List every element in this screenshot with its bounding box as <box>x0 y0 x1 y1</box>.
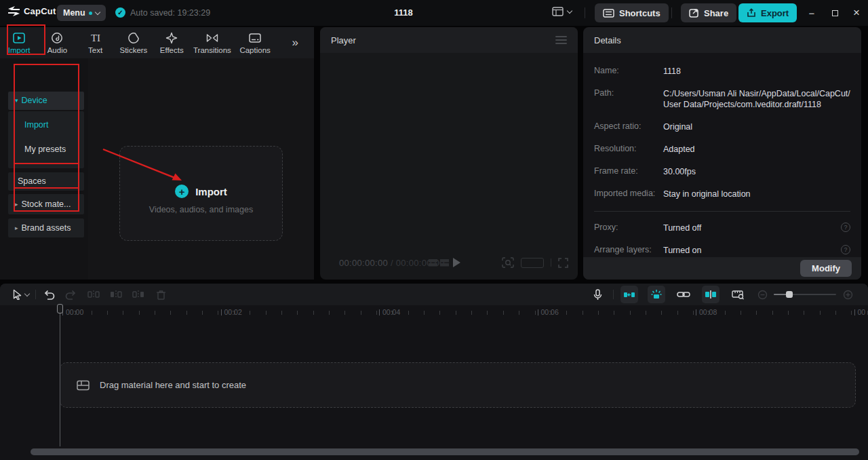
detail-row-frame-rate: Frame rate: 30.00fps <box>594 166 850 177</box>
zoom-in-button[interactable] <box>839 286 856 303</box>
transitions-tab-icon <box>205 32 219 44</box>
ruler-label: 00:00 <box>62 308 83 316</box>
chevron-down-icon <box>94 9 100 14</box>
auto-linking-toggle[interactable] <box>675 286 692 303</box>
plus-icon: + <box>175 185 189 198</box>
player-panel: Player 00:00:00:00 / 00:00:00:00 <box>320 27 578 280</box>
media-clip-icon <box>77 380 90 391</box>
ruler-label: 00:04 <box>379 308 400 316</box>
autosave-status: ✓ Auto saved: 19:23:29 <box>115 7 210 18</box>
sidebar-item-brand-assets[interactable]: ▸ Brand assets <box>8 218 84 237</box>
aspect-ratio-button[interactable] <box>521 258 544 268</box>
redo-button[interactable] <box>62 286 79 303</box>
import-tab-icon <box>12 32 26 44</box>
help-icon[interactable]: ? <box>841 223 850 232</box>
divider <box>613 290 614 299</box>
autosave-text: Auto saved: 19:23:29 <box>130 8 210 18</box>
divider <box>671 7 672 18</box>
sidebar-item-spaces[interactable]: Spaces <box>8 172 84 191</box>
shortcuts-button[interactable]: Shortcuts <box>595 3 669 22</box>
modify-button[interactable]: Modify <box>800 260 852 277</box>
playhead-line <box>60 307 60 446</box>
ripple-delete-toggle[interactable] <box>620 286 638 303</box>
detail-row-imported-media: Imported media: Stay in original locatio… <box>594 189 850 199</box>
tab-import[interactable]: Import <box>0 27 38 58</box>
divider <box>35 290 36 299</box>
capcut-window: CapCut Menu ✓ Auto saved: 19:23:29 1118 <box>0 0 868 460</box>
sidebar-item-stock-materials[interactable]: ▸ Stock mate... <box>8 194 84 214</box>
divider <box>551 258 551 267</box>
detail-row-aspect-ratio: Aspect ratio: Original <box>594 121 850 132</box>
playhead-handle[interactable] <box>57 304 63 313</box>
preview-axis-toggle[interactable] <box>702 286 719 303</box>
delete-right-button[interactable] <box>130 286 147 303</box>
detail-row-name: Name: 1118 <box>594 66 850 77</box>
sidebar-item-import[interactable]: Import <box>24 120 48 130</box>
record-voiceover-button[interactable] <box>589 286 606 303</box>
play-button[interactable] <box>453 258 460 267</box>
tab-stickers[interactable]: Stickers <box>115 27 153 58</box>
ruler-label: 00:06 <box>538 308 559 316</box>
snap-frame-icon[interactable] <box>502 257 514 268</box>
monitor-layout-icon <box>552 7 564 16</box>
tab-captions[interactable]: Captions <box>234 27 277 58</box>
stickers-tab-icon <box>127 32 140 44</box>
details-body: Name: 1118 Path: C:/Users/Usman Ali Nasi… <box>583 53 861 267</box>
detail-row-arrange-layers: Arrange layers: Turned on ? <box>594 245 850 256</box>
layout-switch-button[interactable] <box>552 7 572 16</box>
tab-transitions[interactable]: Transitions <box>191 27 233 58</box>
tab-text[interactable]: TI Text <box>77 27 115 58</box>
effects-tab-icon <box>165 32 178 44</box>
undo-button[interactable] <box>40 286 58 303</box>
media-tabbar: Import Audio TI Text Stickers <box>0 27 314 58</box>
project-title: 1118 <box>366 7 441 18</box>
menu-button[interactable]: Menu <box>57 5 106 21</box>
close-button[interactable]: × <box>847 5 866 20</box>
tab-effects[interactable]: Effects <box>153 27 191 58</box>
detail-row-path: Path: C:/Users/Usman Ali Nasir/AppData/L… <box>594 88 850 110</box>
import-dropzone[interactable]: + Import Videos, audios, and images <box>119 146 283 241</box>
captions-tab-icon <box>248 32 262 44</box>
select-tool-button[interactable] <box>9 286 31 303</box>
export-button[interactable]: Export <box>738 3 797 22</box>
caret-down-icon: ▾ <box>15 97 18 104</box>
player-menu-icon[interactable] <box>555 36 567 44</box>
media-panel: Import Audio TI Text Stickers <box>0 27 314 280</box>
sidebar-item-device[interactable]: ▾ Device <box>8 92 84 110</box>
timeline-toolbar <box>0 284 868 305</box>
caret-right-icon: ▸ <box>15 201 18 208</box>
timeline-panel: 00:0000:0200:0400:0600:0800 Drag materia… <box>0 284 868 460</box>
app-logo: CapCut <box>8 6 56 16</box>
caret-right-icon: ▸ <box>15 225 18 231</box>
help-icon[interactable]: ? <box>841 245 850 254</box>
detail-row-proxy: Proxy: Turned off ? <box>594 223 850 233</box>
horizontal-scrollbar[interactable] <box>31 448 859 455</box>
maximize-button[interactable] <box>825 5 844 20</box>
delete-left-button[interactable] <box>107 286 125 303</box>
zoom-out-button[interactable] <box>753 286 771 303</box>
minimize-button[interactable]: − <box>802 5 821 20</box>
track-dropzone[interactable]: Drag material here and start to create <box>60 362 856 408</box>
player-controls: 00:00:00:00 / 00:00:00:00 <box>320 255 578 271</box>
titlebar: CapCut Menu ✓ Auto saved: 19:23:29 1118 <box>0 0 868 26</box>
sidebar-item-my-presets[interactable]: My presets <box>24 145 66 154</box>
chevron-down-icon <box>24 290 29 296</box>
timeline-zoom-slider[interactable] <box>774 286 836 303</box>
export-icon <box>747 8 756 18</box>
zoom-slider-handle[interactable] <box>786 291 793 298</box>
split-button[interactable] <box>85 286 102 303</box>
delete-button[interactable] <box>152 286 170 303</box>
details-footer: Modify <box>583 257 861 280</box>
preview-quality-icon[interactable] <box>429 258 449 267</box>
share-button[interactable]: Share <box>681 3 736 22</box>
main-track-magnetism-toggle[interactable] <box>648 286 665 303</box>
timeline-snapping-button[interactable] <box>729 286 747 303</box>
timeline-ruler[interactable]: 00:0000:0200:0400:0600:0800 <box>0 305 868 320</box>
ruler-label: 00:08 <box>696 308 717 316</box>
expand-tabs-button[interactable]: » <box>277 27 314 58</box>
audio-tab-icon <box>50 32 64 44</box>
fullscreen-icon[interactable] <box>558 258 568 268</box>
tab-audio[interactable]: Audio <box>38 27 76 58</box>
player-title: Player <box>331 35 356 45</box>
ruler-label: 00:02 <box>221 308 242 316</box>
